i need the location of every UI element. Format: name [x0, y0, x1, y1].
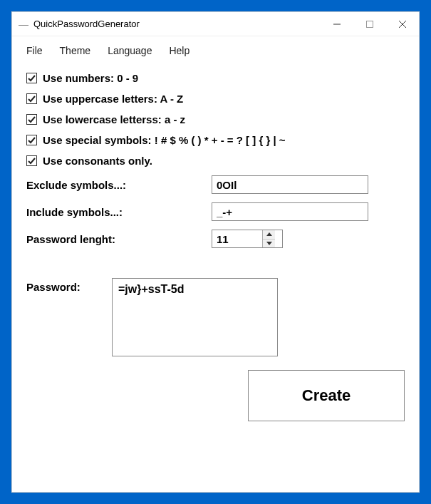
check-icon — [28, 115, 36, 123]
menu-file[interactable]: File — [19, 42, 50, 59]
spinner-down-button[interactable] — [263, 240, 275, 248]
check-icon — [28, 157, 36, 165]
input-exclude-symbols[interactable] — [212, 175, 368, 194]
maximize-button[interactable] — [353, 12, 386, 36]
row-exclude-symbols: Exclude symbols...: — [26, 175, 405, 194]
create-button[interactable]: Create — [248, 370, 405, 421]
svg-marker-4 — [266, 232, 272, 236]
output-password[interactable]: =jw}+ssT-5d — [112, 278, 278, 356]
minimize-icon — [333, 20, 341, 29]
svg-marker-5 — [266, 242, 272, 245]
checkbox-use-lowercase[interactable] — [26, 114, 37, 125]
label-password-length: Password lenght: — [26, 233, 212, 245]
menu-language[interactable]: Language — [100, 42, 159, 59]
input-password-length[interactable] — [212, 230, 262, 247]
checkbox-use-special[interactable] — [26, 135, 37, 145]
checkbox-use-uppercase[interactable] — [26, 93, 37, 104]
check-icon — [28, 136, 36, 144]
close-icon — [398, 20, 407, 29]
label-use-lowercase: Use lowercase letterss: a - z — [43, 113, 185, 125]
close-button[interactable] — [386, 12, 419, 36]
window-title: QuickPasswordGenerator — [33, 19, 140, 29]
minimize-button[interactable] — [321, 12, 353, 36]
input-include-symbols[interactable] — [212, 202, 368, 221]
label-use-consonants: Use consonants only. — [43, 155, 152, 167]
label-exclude-symbols: Exclude symbols...: — [26, 179, 212, 191]
password-section: Password: =jw}+ssT-5d — [26, 278, 405, 359]
checkbox-use-consonants[interactable] — [26, 155, 37, 166]
spinner-up-button[interactable] — [263, 230, 275, 240]
create-row: Create — [26, 370, 405, 421]
label-include-symbols: Include symbols...: — [26, 206, 212, 218]
chevron-down-icon — [266, 242, 272, 245]
spinner-buttons — [262, 230, 275, 247]
menu-theme[interactable]: Theme — [53, 42, 98, 59]
option-use-numbers: Use numbers: 0 - 9 — [26, 72, 405, 84]
row-password-length: Password lenght: — [26, 230, 405, 248]
check-icon — [28, 95, 36, 103]
option-use-uppercase: Use uppercase letters: A - Z — [26, 93, 405, 105]
check-icon — [28, 74, 36, 82]
menubar: File Theme Language Help — [12, 36, 419, 63]
option-use-consonants: Use consonants only. — [26, 155, 405, 167]
app-icon: — — [18, 19, 29, 30]
titlebar: — QuickPasswordGenerator — [12, 12, 419, 36]
app-window: — QuickPasswordGenerator File Theme Lang… — [11, 11, 420, 493]
content: Use numbers: 0 - 9 Use uppercase letters… — [12, 63, 419, 436]
option-use-lowercase: Use lowercase letterss: a - z — [26, 113, 405, 125]
maximize-icon — [365, 20, 374, 29]
label-use-special: Use special symbols: ! # $ % ( ) * + - =… — [43, 134, 286, 146]
row-include-symbols: Include symbols...: — [26, 202, 405, 221]
menu-help[interactable]: Help — [162, 42, 197, 59]
svg-rect-1 — [367, 21, 373, 27]
label-use-numbers: Use numbers: 0 - 9 — [43, 72, 138, 84]
option-use-special: Use special symbols: ! # $ % ( ) * + - =… — [26, 134, 405, 146]
spinner-password-length — [212, 230, 283, 248]
label-use-uppercase: Use uppercase letters: A - Z — [43, 93, 183, 105]
chevron-up-icon — [266, 232, 272, 236]
label-password: Password: — [26, 278, 112, 359]
password-output-wrap: =jw}+ssT-5d — [112, 278, 405, 359]
checkbox-use-numbers[interactable] — [26, 73, 37, 83]
window-controls — [321, 12, 419, 36]
